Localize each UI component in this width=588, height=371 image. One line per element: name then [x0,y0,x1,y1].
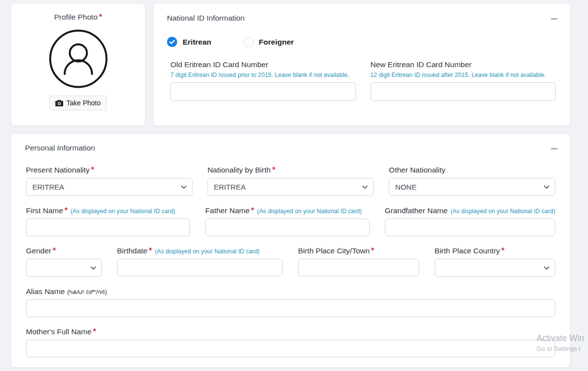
other-nationality-field: Other Nationality NONE [389,166,555,196]
required-asterisk: * [91,166,94,174]
required-asterisk: * [251,206,254,215]
old-id-field: Old Eritrean ID Card Number 7 digit Erit… [170,60,356,101]
father-name-label: Father Name [205,206,249,215]
birth-place-city-field: Birth Place City/Town* [298,247,420,277]
present-nationality-select[interactable]: ERITREA [26,178,192,196]
old-id-hint: 7 digit Eritrean ID issued prior to 2015… [170,72,356,78]
national-id-title: National ID Information [167,14,557,23]
profile-photo-label: Profile Photo [54,13,98,22]
personal-information-title: Personal Information [25,144,556,152]
first-name-hint: (As displayed on your National ID card) [71,208,175,215]
take-photo-button[interactable]: Take Photo [49,96,106,110]
mothers-full-name-input[interactable] [26,340,555,357]
alias-name-field: Alias Name(ካልኣይ ስም/ሳጓ) [26,287,555,317]
nationality-by-birth-label: Nationality by Birth [208,166,271,174]
chevron-down-icon [544,185,549,189]
chevron-down-icon [181,185,187,189]
father-name-input[interactable] [205,219,369,236]
birth-place-city-label: Birth Place City/Town [298,247,370,255]
birth-place-country-field: Birth Place Country* [435,247,555,277]
mothers-full-name-label: Mother's Full Name [26,327,92,336]
birthdate-input[interactable] [117,259,282,276]
personal-info-form: Present Nationality* ERITREA Nationality… [25,166,556,357]
required-asterisk: * [93,327,96,336]
old-id-input[interactable] [170,82,356,101]
required-asterisk: * [371,247,374,255]
radio-foreigner[interactable]: Foreigner [244,37,294,47]
other-nationality-select[interactable]: NONE [389,178,555,196]
radio-checked-icon [167,37,177,47]
radio-unchecked-icon [244,37,254,47]
person-avatar-icon [48,29,108,89]
present-nationality-value: ERITREA [32,183,64,191]
page: Profile Photo* Take Photo Nationa [0,0,588,368]
alias-name-hint: (ካልኣይ ስም/ሳጓ) [67,288,107,296]
grandfather-name-field: Grandfather Name(As displayed on your Na… [385,206,555,236]
chevron-down-icon [91,266,96,270]
nationality-by-birth-select[interactable]: ERITREA [208,178,374,196]
old-id-label: Old Eritrean ID Card Number [170,60,356,69]
other-nationality-label: Other Nationality [389,166,445,174]
profile-photo-card: Profile Photo* Take Photo [11,3,145,126]
required-asterisk: * [149,247,152,255]
birthdate-field: Birthdate*(As displayed on your National… [117,247,282,277]
first-name-field: First Name*(As displayed on your Nationa… [26,206,190,236]
top-row: Profile Photo* Take Photo Nationa [11,3,570,126]
nationality-by-birth-field: Nationality by Birth* ERITREA [208,166,374,196]
personal-information-card: Personal Information Present Nationality… [11,133,570,368]
father-name-field: Father Name*(As displayed on your Nation… [205,206,369,236]
birth-place-country-label: Birth Place Country [435,247,500,255]
other-nationality-value: NONE [395,183,416,191]
minus-icon [551,18,558,20]
new-id-input[interactable] [371,82,556,101]
radio-eritrean[interactable]: Eritrean [167,37,212,47]
new-id-label: New Eritrean ID Card Number [371,60,556,69]
collapse-personal-info-button[interactable] [550,145,558,152]
required-asterisk: * [272,166,275,174]
required-asterisk: * [65,206,68,215]
required-asterisk: * [501,247,504,255]
required-asterisk: * [99,13,102,21]
collapse-national-id-button[interactable] [550,15,558,23]
first-name-input[interactable] [26,219,190,236]
minus-icon [551,148,558,149]
take-photo-label: Take Photo [66,99,100,107]
birth-place-country-select[interactable] [435,259,555,277]
birth-place-city-input[interactable] [298,259,420,276]
chevron-down-icon [362,185,368,189]
new-id-field: New Eritrean ID Card Number 12 digit Eri… [371,60,556,101]
nationality-row: Present Nationality* ERITREA Nationality… [26,166,555,196]
required-asterisk: * [53,247,56,255]
radio-foreigner-label: Foreigner [259,38,294,47]
grandfather-name-hint: (As displayed on your National ID card) [450,208,555,215]
avatar [48,29,108,89]
new-id-hint: 12 digit Eritrean ID issued after 2015. … [371,72,556,78]
grandfather-name-input[interactable] [385,219,555,236]
present-nationality-label: Present Nationality [26,166,90,174]
gender-label: Gender [26,247,51,255]
national-id-card: National ID Information Eritrean Foreign… [153,3,570,126]
alias-name-input[interactable] [26,299,555,317]
id-number-fields: Old Eritrean ID Card Number 7 digit Erit… [167,60,557,101]
profile-photo-title: Profile Photo* [19,13,137,22]
gender-select[interactable] [26,259,102,277]
chevron-down-icon [544,266,549,270]
gender-field: Gender* [26,247,102,277]
first-name-label: First Name [26,206,63,215]
grandfather-name-label: Grandfather Name [385,206,447,215]
mothers-full-name-field: Mother's Full Name* [26,327,555,357]
camera-icon [55,100,63,106]
names-row: First Name*(As displayed on your Nationa… [26,206,555,236]
birthdate-label: Birthdate [117,247,147,255]
father-name-hint: (As displayed on your National ID card) [257,208,362,215]
nationality-radio-group: Eritrean Foreigner [167,37,557,47]
birthdate-hint: (As displayed on your National ID card) [155,248,259,255]
nationality-by-birth-value: ERITREA [214,183,246,191]
radio-eritrean-label: Eritrean [183,38,212,47]
birth-row: Gender* Birthdate*(As displayed on your … [26,247,555,277]
alias-name-label: Alias Name [26,287,65,296]
present-nationality-field: Present Nationality* ERITREA [26,166,192,196]
